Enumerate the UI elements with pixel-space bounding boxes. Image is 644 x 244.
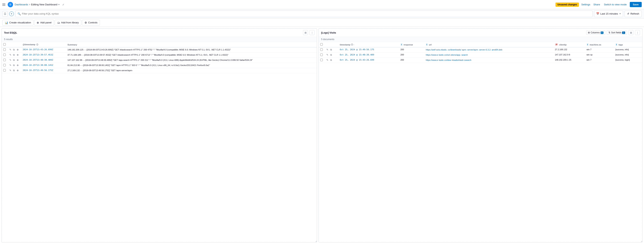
- url-cell: https://www.e lastic.co/sol utions/app- …: [424, 53, 553, 58]
- controls-label: Controls: [88, 21, 98, 24]
- right-panel-options-button[interactable]: ⋮: [635, 30, 640, 35]
- timestamp-cell: 2024-10-25T13:48:30.489Z: [21, 58, 66, 63]
- expand-row-icon[interactable]: ✎: [9, 53, 12, 56]
- clientip-cell: 148.192.209.1 25: [553, 58, 585, 63]
- add-panel-button[interactable]: ⊕ Add panel: [34, 20, 54, 25]
- tags-cell: [success, info]: [614, 47, 642, 53]
- copy-row-icon[interactable]: ⧉: [12, 53, 15, 56]
- expand-row-icon[interactable]: ✎: [9, 64, 12, 67]
- controls-icon: ⚙: [84, 21, 87, 24]
- right-select-all-checkbox[interactable]: [320, 43, 323, 46]
- url-cell: https://www.e lastic.co/dow nloads/elast…: [424, 58, 553, 63]
- left-result-count: 5 results: [4, 38, 13, 41]
- left-panel-header: Test ES|QL ⊞ ⋮: [2, 29, 317, 37]
- copy-row-icon[interactable]: ⧉: [12, 48, 15, 51]
- copy-row-icon[interactable]: ⧉: [12, 59, 15, 62]
- add-from-library-button[interactable]: 🗂 Add from library: [55, 20, 81, 25]
- library-icon: 🗂: [57, 21, 60, 24]
- copy-row-icon[interactable]: ⧉: [12, 64, 15, 67]
- machineos-cell: win 7: [585, 47, 614, 53]
- clientip-cell: 147.107.162.9 8: [553, 53, 585, 58]
- expand-row-icon[interactable]: ✎: [326, 48, 329, 51]
- row-checkbox[interactable]: [320, 59, 323, 61]
- left-panel-grid-button[interactable]: ⊞: [303, 30, 308, 35]
- right-panel-header: [Logs] Visits ⊞ Columns 6 ⇅ Sort fields …: [319, 29, 642, 37]
- controls-button[interactable]: ⚙ Controls: [82, 20, 100, 25]
- right-col-clientip: IP clientip: [553, 42, 585, 47]
- row-checkbox[interactable]: [3, 48, 6, 51]
- filter-row-icon[interactable]: ⊕: [16, 53, 19, 56]
- settings-link[interactable]: Settings: [580, 3, 591, 6]
- refresh-button[interactable]: ↺ Refresh: [624, 10, 642, 17]
- edit-title-icon[interactable]: ✏: [58, 3, 60, 6]
- right-result-count: 5 documents: [321, 38, 334, 41]
- row-checkbox[interactable]: [3, 69, 6, 72]
- left-panel-resize-handle[interactable]: ⊿: [314, 240, 317, 242]
- left-panel-controls: ⊞ ⋮: [303, 30, 314, 35]
- create-visualization-label: Create visualization: [9, 21, 31, 24]
- filter-row-icon[interactable]: ⊕: [16, 48, 19, 51]
- row-checkbox[interactable]: [3, 54, 6, 56]
- right-col-actions: [324, 42, 338, 47]
- filter-row-icon[interactable]: ⊕: [16, 69, 19, 72]
- row-checkbox[interactable]: [3, 59, 6, 61]
- right-panel-resize-handle[interactable]: ⊿: [640, 240, 642, 242]
- left-data-table[interactable]: @timestamp ⓘ Summary ✎ ⧉ ⊕ 2024-10-25T13…: [2, 42, 317, 242]
- avatar: D: [8, 2, 13, 7]
- kql-search-input[interactable]: [22, 12, 590, 15]
- row-checkbox[interactable]: [320, 48, 323, 51]
- timestamp-cell: Oct 25, 2024 @ 15:49:56.175: [338, 47, 399, 53]
- copy-row-icon[interactable]: ⧉: [330, 53, 332, 56]
- timestamp-cell: 2024-10-25T13:43:26.699Z: [21, 47, 66, 53]
- response-cell: 200: [399, 53, 424, 58]
- filter-row-icon[interactable]: ⊕: [16, 59, 19, 62]
- clientip-type-badge: IP: [555, 43, 558, 46]
- hamburger-menu-icon[interactable]: [2, 3, 6, 6]
- refresh-label: Refresh: [630, 12, 639, 15]
- create-visualization-button[interactable]: 📊 Create visualization: [2, 20, 34, 25]
- copy-row-icon[interactable]: ⧉: [330, 48, 332, 51]
- save-button[interactable]: Save: [630, 2, 642, 7]
- summary-cell: 27.2.169.132 - - [2018-08-03T13:49:56.17…: [66, 68, 317, 73]
- info-icon: ⓘ: [36, 44, 38, 46]
- right-ts-sort-icon[interactable]: ↓: [354, 44, 354, 46]
- row-checkbox[interactable]: [320, 54, 323, 56]
- summary-cell: 148.192.209.125 - - [2018-08-03T13:43:26…: [66, 47, 317, 53]
- filter-toggle-button[interactable]: ☰: [2, 11, 8, 16]
- sort-fields-button[interactable]: ⇅ Sort fields 1: [607, 30, 627, 35]
- machineos-type-badge: t: [586, 43, 589, 46]
- expand-row-icon[interactable]: ✎: [9, 59, 12, 62]
- response-cell: 200: [399, 58, 424, 63]
- url-cell: https://artif acts.elastic. co/downloads…: [424, 47, 553, 53]
- filter-row-icon[interactable]: ⊕: [16, 64, 19, 67]
- right-data-table[interactable]: timestamp ⓘ ↓ t response: [319, 42, 642, 242]
- timestamp-cell: Oct 25, 2024 @ 15:48:30.489: [338, 53, 399, 58]
- expand-row-icon[interactable]: ✎: [326, 53, 329, 56]
- expand-row-icon[interactable]: ✎: [326, 59, 329, 62]
- add-panel-label: Add panel: [40, 21, 52, 24]
- chart-icon: 📊: [5, 21, 8, 24]
- action-bar: 📊 Create visualization ⊕ Add panel 🗂 Add…: [0, 18, 644, 27]
- machineos-cell: win xp: [585, 53, 614, 58]
- sort-label: Sort fields: [611, 31, 621, 34]
- left-panel-options-button[interactable]: ⋮: [310, 30, 314, 35]
- columns-button[interactable]: ⊞ Columns 6: [586, 30, 605, 35]
- copy-row-icon[interactable]: ⧉: [12, 69, 15, 72]
- table-row: ✎ ⧉ ⊕ 2024-10-25T13:39:57.453Z 37.71.108…: [2, 53, 317, 58]
- row-checkbox[interactable]: [3, 64, 6, 66]
- copy-row-icon[interactable]: ⧉: [330, 59, 332, 62]
- summary-cell: 81.84.213.90 - - [2018-08-03T13:38:00.14…: [66, 63, 317, 68]
- time-picker[interactable]: 📅 Last 15 minutes ▼: [594, 10, 623, 17]
- add-filter-button[interactable]: +: [9, 11, 14, 16]
- expand-row-icon[interactable]: ✎: [9, 48, 12, 51]
- right-panel-controls: ⊞ Columns 6 ⇅ Sort fields 1 ⊞ ⋮: [586, 30, 640, 35]
- select-all-checkbox[interactable]: [3, 43, 6, 46]
- expand-row-icon[interactable]: ✎: [9, 69, 12, 72]
- filter-bar: ☰ + 🔍 📅 Last 15 minutes ▼ ↺ Refresh: [0, 9, 644, 18]
- switch-view-mode-link[interactable]: Switch to view mode: [602, 3, 628, 6]
- right-panel-grid-button[interactable]: ⊞: [628, 30, 634, 35]
- breadcrumb-dashboards-link[interactable]: Dashboards: [14, 3, 28, 6]
- share-link[interactable]: Share: [592, 3, 601, 6]
- confirm-check-icon[interactable]: ✓: [62, 3, 64, 6]
- refresh-icon: ↺: [627, 12, 629, 15]
